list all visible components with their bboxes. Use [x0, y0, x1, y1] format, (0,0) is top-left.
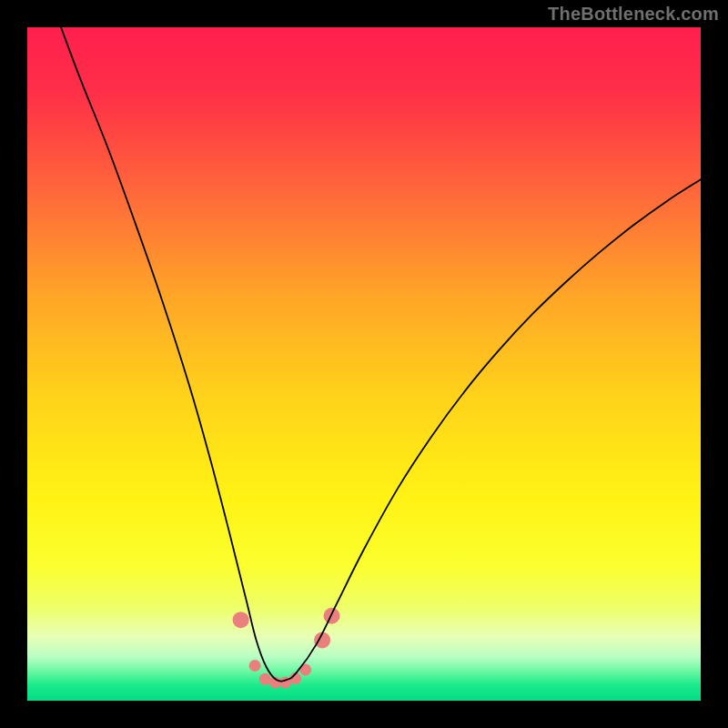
watermark-text: TheBottleneck.com — [548, 4, 719, 25]
bottleneck-curve — [61, 27, 701, 682]
highlight-dot — [249, 660, 261, 672]
marker-group — [233, 608, 340, 689]
highlight-dot — [233, 612, 249, 628]
highlight-dot — [259, 673, 271, 685]
curve-layer — [27, 27, 701, 701]
chart-stage: TheBottleneck.com — [0, 0, 728, 728]
plot-area — [27, 27, 701, 701]
